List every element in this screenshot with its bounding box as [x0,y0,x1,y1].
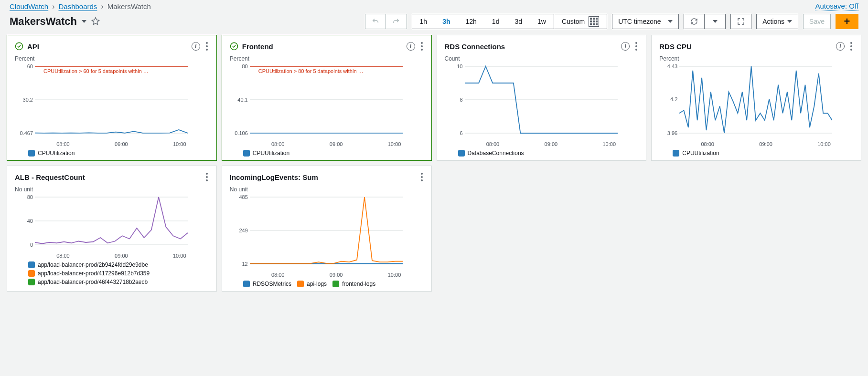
time-range-1h[interactable]: 1h [412,14,435,29]
legend-label: CPUUtilization [38,150,75,157]
caret-down-icon [713,20,718,23]
unit-label: No unit [15,186,209,193]
legend: RDSOSMetricsapi-logsfrontend-logs [230,278,424,287]
legend-item[interactable]: RDSOSMetrics [243,281,291,287]
svg-point-4 [230,43,237,50]
chart-area[interactable]: 1086 [445,64,639,140]
redo-button[interactable] [386,14,407,29]
info-icon[interactable]: i [407,42,415,51]
fullscreen-button[interactable] [730,14,751,29]
chevron-right-icon: › [101,2,103,11]
legend-swatch [297,281,304,287]
time-range-1d[interactable]: 1d [484,14,507,29]
time-range-1w[interactable]: 1w [530,14,554,29]
widget-title: IncomingLogEvents: Sum [230,173,416,181]
info-icon[interactable]: i [836,42,845,51]
legend: DatabaseConnections [445,147,639,157]
info-icon[interactable]: i [192,42,200,51]
legend-label: DatabaseConnections [468,150,524,157]
legend-label: api-logs [307,281,327,287]
breadcrumb-root-link[interactable]: CloudWatch [10,2,48,10]
time-range-3d[interactable]: 3d [507,14,530,29]
chart-area[interactable]: 4.434.23.96 [659,64,853,140]
time-range-picker: 1h3h12h1d3d1wCustom [412,14,608,29]
legend-label: RDSOSMetrics [253,281,291,287]
svg-point-0 [16,43,23,50]
widget-title: RDS CPU [659,42,832,51]
status-ok-icon [230,42,238,51]
legend-swatch [28,279,35,285]
timezone-label: UTC timezone [618,18,661,25]
timezone-select[interactable]: UTC timezone [612,14,679,29]
unit-label: Percent [15,55,209,62]
legend-label: CPUUtilization [253,150,289,157]
actions-button[interactable]: Actions [756,14,798,29]
x-ticks: 08:0009:0010:00 [15,253,209,259]
legend-label: frontend-logs [342,281,375,287]
legend-item[interactable]: app/load-balancer-prod/46f4432718b2aecb [28,279,209,285]
breadcrumb-current: MakersWatch [107,2,151,10]
x-ticks: 08:0009:0010:00 [445,141,639,147]
legend-item[interactable]: CPUUtilization [673,150,719,157]
legend-label: app/load-balancer-prod/2b9424fdd29e9dbe [38,261,148,268]
legend-swatch [673,150,679,157]
title-dropdown-icon[interactable] [82,20,86,23]
favorite-star-icon[interactable] [91,17,100,27]
time-range-12h[interactable]: 12h [458,14,484,29]
chart-area[interactable]: 6030.20.467CPUUtilization > 60 for 5 dat… [15,64,209,140]
legend-swatch [243,281,250,287]
widget-menu-icon[interactable] [420,41,424,52]
legend-item[interactable]: CPUUtilization [243,150,289,157]
x-ticks: 08:0009:0010:00 [659,141,853,147]
widget-alb: ALB - RequestCountNo unit8040008:0009:00… [7,166,217,292]
widget-menu-icon[interactable] [420,172,424,182]
calendar-grid-icon [589,16,599,27]
legend-item[interactable]: DatabaseConnections [458,150,524,157]
widget-menu-icon[interactable] [205,41,209,52]
autosave-toggle[interactable]: Autosave: Off [815,2,858,11]
legend-swatch [28,261,35,268]
breadcrumb-dashboards-link[interactable]: Dashboards [58,2,97,10]
save-button[interactable]: Save [803,14,831,29]
time-range-3h[interactable]: 3h [435,14,458,29]
caret-down-icon [668,20,673,23]
breadcrumb-row: CloudWatch › Dashboards › MakersWatch Au… [0,0,868,12]
legend-label: app/load-balancer-prod/417296e912b7d359 [38,270,150,277]
undo-redo-group [365,14,407,29]
legend-label: app/load-balancer-prod/46f4432718b2aecb [38,279,148,285]
time-range-custom[interactable]: Custom [554,14,607,29]
legend-label: CPUUtilization [682,150,719,157]
chart-area[interactable]: 48524912 [230,195,424,271]
info-icon[interactable]: i [621,42,630,51]
legend-swatch [28,270,35,277]
legend-item[interactable]: CPUUtilization [28,150,75,157]
chart-area[interactable]: 80400 [15,195,209,252]
undo-button[interactable] [365,14,386,29]
widgets-grid: APIiPercent6030.20.467CPUUtilization > 6… [0,35,868,298]
caret-down-icon [787,20,792,23]
page-title: MakersWatch [10,15,77,28]
add-widget-button[interactable]: + [836,14,858,29]
widget-rds-cpu: RDS CPUiPercent4.434.23.9608:0009:0010:0… [651,35,861,161]
legend-item[interactable]: api-logs [297,281,327,287]
widget-menu-icon[interactable] [634,41,638,52]
widget-title: RDS Connections [445,42,618,51]
chart-area[interactable]: 8040.10.106CPUUtilization > 80 for 5 dat… [230,64,424,140]
widget-menu-icon[interactable] [849,41,853,52]
breadcrumb: CloudWatch › Dashboards › MakersWatch [10,2,151,11]
refresh-options-button[interactable] [705,14,726,29]
legend-item[interactable]: app/load-balancer-prod/417296e912b7d359 [28,270,209,277]
legend-item[interactable]: app/load-balancer-prod/2b9424fdd29e9dbe [28,261,209,268]
widget-title: Frontend [242,42,403,51]
widget-title: ALB - RequestCount [15,173,201,181]
status-ok-icon [15,42,23,51]
title-row: MakersWatch 1h3h12h1d3d1wCustom UTC time… [0,12,868,35]
refresh-button[interactable] [684,14,705,29]
unit-label: No unit [230,186,424,193]
widget-menu-icon[interactable] [205,172,209,182]
widget-title: API [27,42,188,51]
widget-api: APIiPercent6030.20.467CPUUtilization > 6… [7,35,217,161]
x-ticks: 08:0009:0010:00 [230,141,424,147]
chevron-right-icon: › [52,2,54,11]
legend-item[interactable]: frontend-logs [332,281,375,287]
